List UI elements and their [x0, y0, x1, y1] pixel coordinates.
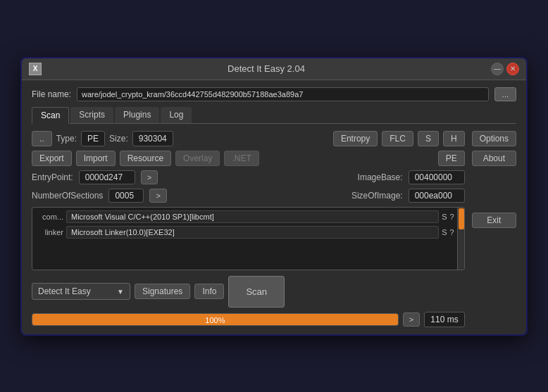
s-button[interactable]: S [418, 131, 439, 146]
type-value: PE [81, 131, 105, 146]
dropdown-arrow-icon: ▼ [117, 288, 124, 296]
file-row: File name: ... [32, 87, 516, 101]
det-value-0: Microsoft Visual C/C++(2010 SP1)[libcmt] [66, 210, 439, 223]
overlay-button[interactable]: Overlay [175, 151, 220, 166]
det-type-0: com... [35, 213, 63, 221]
main-content: File name: ... Scan Scripts Plugins Log … [22, 80, 526, 334]
file-label: File name: [32, 89, 71, 99]
entropy-button[interactable]: Entropy [333, 131, 378, 146]
progress-arrow-button[interactable]: > [403, 312, 420, 327]
size-label: Size: [109, 134, 128, 144]
browse-button[interactable]: ... [494, 87, 516, 101]
sections-arrow-button[interactable]: > [149, 189, 166, 203]
left-panel: .. Type: PE Size: 930304 Entropy FLC S H… [32, 131, 465, 327]
resource-button[interactable]: Resource [120, 151, 171, 166]
type-label: Type: [56, 134, 77, 144]
export-button[interactable]: Export [32, 151, 72, 166]
entry-arrow-button[interactable]: > [141, 170, 158, 184]
tab-plugins[interactable]: Plugins [115, 107, 159, 123]
flc-button[interactable]: FLC [382, 131, 413, 146]
dropdown-detect[interactable]: Detect It Easy ▼ [32, 283, 130, 300]
sizeofimage-value: 000ea000 [409, 189, 465, 203]
entry-value: 0000d247 [79, 170, 135, 184]
side-buttons: Options About Exit [472, 131, 516, 327]
time-value: 110 ms [424, 312, 464, 327]
about-button[interactable]: About [472, 151, 516, 166]
window-title: Detect It Easy 2.04 [42, 63, 491, 74]
entry-label: EntryPoint: [32, 172, 73, 182]
bottom-controls-row: Detect It Easy ▼ Signatures Info Scan [32, 276, 465, 308]
tab-log[interactable]: Log [161, 107, 192, 123]
pe-button[interactable]: PE [438, 151, 465, 166]
det-value-1: Microsoft Linker(10.0)[EXE32] [66, 226, 439, 239]
det-q-0: ? [450, 213, 454, 221]
sections-row: NumberOfSections 0005 > SizeOfImage: 000… [32, 189, 465, 203]
numsections-label: NumberOfSections [32, 191, 103, 201]
size-value: 930304 [132, 131, 173, 146]
det-type-1: linker [35, 228, 63, 236]
det-q-1: ? [450, 228, 454, 236]
scrollbar-thumb [459, 208, 464, 229]
detection-row-0: com... Microsoft Visual C/C++(2010 SP1)[… [35, 210, 454, 223]
detection-area: com... Microsoft Visual C/C++(2010 SP1)[… [32, 207, 465, 270]
dots-button[interactable]: .. [32, 131, 52, 146]
signatures-button[interactable]: Signatures [135, 284, 190, 299]
close-button[interactable]: ✕ [506, 63, 519, 75]
det-s-0: S [442, 213, 447, 221]
sizeofimage-label: SizeOfImage: [351, 191, 403, 201]
scan-button[interactable]: Scan [228, 276, 285, 308]
type-size-row: .. Type: PE Size: 930304 Entropy FLC S H [32, 131, 465, 146]
app-logo: X [29, 63, 42, 75]
h-button[interactable]: H [443, 131, 465, 146]
progress-bar: 100% [32, 313, 399, 326]
tabs-bar: Scan Scripts Plugins Log [32, 107, 516, 124]
exit-button[interactable]: Exit [472, 213, 516, 228]
imagebase-label: ImageBase: [358, 172, 403, 182]
detection-list: com... Microsoft Visual C/C++(2010 SP1)[… [32, 208, 457, 270]
options-button[interactable]: Options [472, 131, 516, 146]
tab-scan[interactable]: Scan [32, 107, 69, 124]
titlebar: X Detect It Easy 2.04 — ✕ [22, 58, 526, 80]
export-row: Export Import Resource Overlay .NET PE [32, 151, 465, 166]
det-s-1: S [442, 228, 447, 236]
progress-label: 100% [32, 314, 398, 326]
detection-row-1: linker Microsoft Linker(10.0)[EXE32] S ? [35, 226, 454, 239]
entrypoint-row: EntryPoint: 0000d247 > ImageBase: 004000… [32, 170, 465, 184]
tab-content: .. Type: PE Size: 930304 Entropy FLC S H… [32, 131, 516, 327]
window-controls: — ✕ [491, 63, 519, 75]
numsections-value: 0005 [108, 189, 144, 203]
imagebase-value: 00400000 [409, 170, 465, 184]
info-button[interactable]: Info [194, 284, 224, 299]
import-button[interactable]: Import [76, 151, 116, 166]
tab-scripts[interactable]: Scripts [70, 107, 113, 123]
detection-scrollbar[interactable] [457, 208, 464, 270]
dropdown-value: Detect It Easy [38, 286, 91, 296]
main-window: X Detect It Easy 2.04 — ✕ File name: ...… [20, 57, 528, 336]
file-input[interactable] [77, 87, 489, 101]
progress-row: 100% > 110 ms [32, 312, 465, 327]
minimize-button[interactable]: — [491, 63, 504, 75]
net-button[interactable]: .NET [224, 151, 259, 166]
